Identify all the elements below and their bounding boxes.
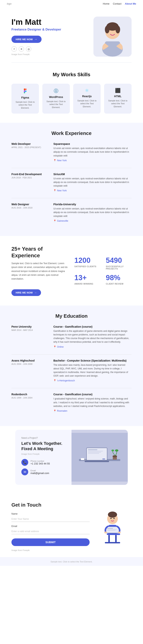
- hire-me-stats-button[interactable]: HIRE ME NOW →: [12, 289, 41, 296]
- skill-desc-html: Sample text. Click to select the Text El…: [107, 99, 128, 108]
- svg-point-40: [104, 532, 107, 534]
- skill-name-html: HTML: [114, 95, 122, 98]
- company-1: SiriusXM: [54, 173, 132, 176]
- navbar: logo Home Contact About Me: [0, 0, 143, 8]
- svg-rect-28: [115, 535, 117, 542]
- skill-name-wordpress: WordPress: [49, 96, 63, 98]
- arrow-icon-stats: →: [34, 291, 37, 294]
- wordpress-icon: ⓪: [54, 88, 58, 94]
- company-0: Squarespace: [54, 142, 132, 146]
- svg-point-32: [108, 512, 117, 518]
- hero-image: [94, 16, 132, 56]
- hero-section: I'm Matt Freelance Designer & Developer …: [0, 8, 143, 62]
- name-label: Name: [12, 512, 90, 515]
- skills-section: My Works Skills Figma Sample text. Click…: [0, 62, 143, 123]
- work-location-1: 📍 New York: [54, 189, 132, 192]
- stat-num-awards: 13+: [74, 274, 100, 282]
- phone-icon: 📞: [23, 461, 27, 464]
- course-2: Course - Gamification (course): [54, 393, 132, 396]
- svg-rect-27: [108, 535, 110, 542]
- job-date-1: JUN 2018 - FEB 2021: [12, 176, 50, 179]
- stat-num-clients: 1200: [74, 256, 100, 264]
- edu-location-0: 📍 Online: [54, 346, 132, 348]
- hire-me-hero-button[interactable]: HIRE ME NOW →: [12, 36, 42, 43]
- job-title-2: Web Designer: [12, 203, 50, 206]
- skill-card-html[interactable]: ⬛ HTML Sample text. Click to select the …: [104, 84, 132, 114]
- svg-point-34: [114, 518, 114, 519]
- school-0: Penn University: [12, 325, 50, 328]
- contact-form-area: Get in Touch Name Email SUBMIT Image fro…: [12, 502, 90, 551]
- edu-desc-1: The education was mainly Java-based prog…: [54, 363, 132, 378]
- email-input[interactable]: [12, 528, 90, 534]
- svg-point-4: [105, 26, 110, 33]
- skill-desc-figma: Sample text. Click to select the Text El…: [14, 101, 36, 110]
- work-location-2: 📍 Gainesville: [54, 220, 132, 222]
- stat-label-awards: AWARD WINNING: [74, 283, 100, 285]
- job-date-2: AUG 2016 - JUN 2018: [12, 206, 50, 209]
- svg-rect-38: [107, 529, 117, 530]
- edu-divider-0: [12, 354, 132, 354]
- skills-grid: Figma Sample text. Click to select the T…: [12, 84, 132, 114]
- email-label: Email: [30, 470, 49, 472]
- edu-location-2: 📍 Rosmalen: [54, 410, 132, 412]
- nav-contact[interactable]: Contact: [113, 2, 122, 5]
- stats-left: 25+ Years of Experience Sample text. Cli…: [12, 246, 69, 296]
- stat-num-projects: 5490: [106, 256, 132, 264]
- email-field-group: Email: [12, 525, 90, 534]
- svg-rect-16: [88, 450, 98, 450]
- instagram-icon[interactable]: ◎: [26, 46, 31, 52]
- skill-card-react[interactable]: ⚛ Reactjs Sample text. Click to select t…: [73, 84, 101, 114]
- cta-heading: Let's Work Together. Fixed A Meeting: [21, 441, 66, 452]
- phone-icon-wrap: 📞: [21, 459, 28, 466]
- work-entry-1: Front-End Development JUN 2018 - FEB 202…: [12, 173, 132, 192]
- svg-rect-19: [88, 453, 99, 454]
- hero-name: I'm Matt: [12, 18, 61, 26]
- hero-image-credit: Image from Freepik: [12, 53, 61, 56]
- course-1: Bachelor - Computer Science (Specializat…: [54, 359, 132, 362]
- location-pin-edu-2: 📍: [54, 410, 56, 412]
- footer-text: Sample text. Click to select the Text El…: [50, 560, 92, 563]
- edu-divider-1: [12, 388, 132, 388]
- twitter-icon[interactable]: ✕: [19, 46, 24, 52]
- edu-date-0: MAR 2014 - MAY 2014: [12, 329, 50, 331]
- social-icons: f ✕ ◎: [12, 46, 61, 52]
- stat-clients: 1200 SATISFIED CLIENTS: [74, 256, 100, 270]
- work-desc-0: Ut enim ad minim veniam, quis nostrud ex…: [54, 146, 132, 158]
- edu-desc-2: I graduated highschool, where I enjoyed …: [54, 397, 132, 408]
- svg-rect-17: [88, 451, 103, 452]
- contact-section: Get in Touch Name Email SUBMIT Image fro…: [0, 492, 143, 557]
- email-icon-wrap: ✉: [21, 468, 28, 475]
- nav-logo: logo: [7, 2, 12, 5]
- work-entry-0: Web Developer APRIL 2021 - 2023 (PRESENT…: [12, 142, 132, 162]
- stat-awards: 13+ AWARD WINNING: [74, 274, 100, 285]
- arrow-icon: →: [34, 38, 37, 41]
- facebook-icon[interactable]: f: [12, 46, 17, 52]
- location-pin-icon-1: 📍: [54, 189, 56, 192]
- nav-home[interactable]: Home: [103, 2, 110, 5]
- school-2: Rodenborch: [12, 393, 50, 396]
- stats-grid: 1200 SATISFIED CLIENTS 5490 SUCCESSFULLY…: [74, 246, 132, 296]
- svg-rect-36: [106, 527, 119, 533]
- work-divider-1: [12, 198, 132, 198]
- name-input[interactable]: [12, 516, 90, 522]
- edu-location-1: 📍 's-Hertogenbosch: [54, 379, 132, 382]
- stats-section: 25+ Years of Experience Sample text. Cli…: [0, 236, 143, 306]
- nav-about[interactable]: About Me: [125, 2, 136, 5]
- hero-text: I'm Matt Freelance Designer & Developer …: [12, 18, 61, 56]
- email-label: Email: [12, 525, 90, 528]
- svg-rect-24: [81, 458, 84, 460]
- location-pin-edu-1: 📍: [54, 379, 56, 382]
- job-date-0: APRIL 2021 - 2023 (PRESENT): [12, 146, 50, 148]
- stat-label-projects: SUCCESSFULLY PROJECTS: [106, 265, 132, 270]
- svg-point-10: [25, 91, 26, 92]
- edu-entry-1: Avans Highschool AUG 2004 - JUN 2008 Bac…: [12, 359, 132, 382]
- stat-label-review: CLIENT REVIEW: [106, 283, 132, 285]
- phone-label: Phone number: [30, 460, 50, 462]
- phone-value: +1 232 343 44 55: [30, 462, 50, 465]
- submit-button[interactable]: SUBMIT: [12, 538, 90, 546]
- skill-card-wordpress[interactable]: ⓪ WordPress Sample text. Click to select…: [42, 84, 70, 114]
- job-title-1: Front-End Development: [12, 173, 50, 176]
- skill-card-figma[interactable]: Figma Sample text. Click to select the T…: [12, 84, 39, 114]
- svg-point-22: [115, 450, 118, 452]
- footer: Sample text. Click to select the Text El…: [0, 557, 143, 566]
